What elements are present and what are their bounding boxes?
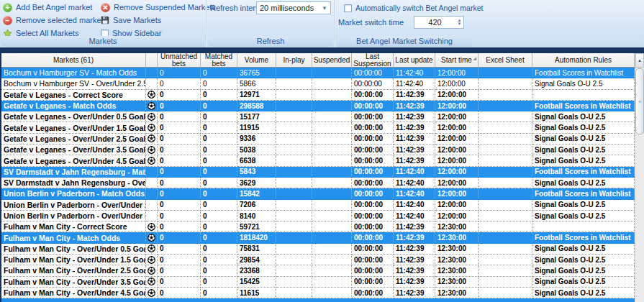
cell-start_time: 12:00:00: [435, 90, 479, 101]
market-row[interactable]: Fulham v Man City - Over/Under 3.5 Goals…: [1, 277, 635, 288]
cell-name: Fulham v Man City - Over/Under 3.5 Goals: [1, 277, 146, 288]
col-header-last_suspension[interactable]: Last Suspension: [352, 53, 394, 67]
partial-next-row[interactable]: [1, 298, 635, 302]
cell-automation: Football Scores in Watchlist: [532, 68, 635, 78]
cell-excel: [479, 134, 532, 145]
market-row[interactable]: Fulham v Man City - Over/Under 4.5 Goals…: [1, 288, 635, 298]
market-row[interactable]: Union Berlin v Paderborn - Match Odds001…: [1, 188, 635, 199]
market-row[interactable]: Union Berlin v Paderborn - Over/Under 2.…: [1, 200, 635, 211]
market-row[interactable]: Fulham v Man City - Correct Score0059721…: [1, 221, 635, 232]
cell-volume: 5843: [237, 167, 276, 178]
market-row[interactable]: SV Darmstadt v Jahn Regensburg - Over/Un…: [1, 178, 635, 188]
cell-icon: [146, 255, 158, 265]
col-header-unmatched[interactable]: Unmatched bets: [158, 53, 201, 67]
col-header-inplay[interactable]: In-play: [276, 53, 312, 67]
cell-start_time: 12:00:00: [435, 122, 479, 133]
scroll-up-button[interactable]: ▲: [635, 53, 644, 68]
market-row[interactable]: Getafe v Leganes - Over/Under 1.5 Goals0…: [1, 122, 635, 133]
cell-inplay: [276, 244, 312, 255]
cell-suspended: [312, 134, 352, 145]
market-row[interactable]: Getafe v Leganes - Over/Under 2.5 Goals0…: [1, 134, 635, 145]
market-row[interactable]: Getafe v Leganes - Over/Under 4.5 Goals0…: [1, 155, 635, 166]
cell-unmatched: 0: [158, 211, 201, 221]
cell-volume: 12971: [237, 90, 276, 101]
market-switch-time-spinner[interactable]: 420 ▲▼: [414, 16, 464, 29]
cell-suspended: [312, 90, 352, 101]
remove-selected-button[interactable]: − Remove selected markets: [3, 14, 107, 26]
cell-last_update: 11:42:39: [394, 145, 435, 155]
col-header-volume[interactable]: Volume: [237, 53, 276, 67]
save-markets-button[interactable]: Save Markets: [101, 14, 161, 26]
market-row[interactable]: Fulham v Man City - Over/Under 2.5 Goals…: [1, 265, 635, 276]
cell-start_time: 12:30:00: [435, 244, 479, 255]
cell-start_time: 12:30:00: [435, 288, 479, 298]
refresh-group-label: Refresh: [209, 36, 332, 47]
cell-excel: [479, 188, 532, 199]
auto-switch-label: Automatically switch Bet Angel market: [355, 4, 483, 12]
cell-suspended: [312, 232, 352, 243]
scrollbar-thumb[interactable]: ≡: [635, 68, 644, 134]
col-header-suspended[interactable]: Suspended: [312, 53, 352, 67]
col-header-label: Excel Sheet: [486, 57, 524, 64]
cell-name: Fulham v Man City - Match Odds: [1, 232, 146, 243]
market-row[interactable]: Fulham v Man City - Over/Under 1.5 Goals…: [1, 255, 635, 265]
cell-last_suspension: 00:00:00: [352, 145, 394, 155]
cell-excel: [479, 68, 532, 78]
markets-table: Markets (61)Unmatched betsMatched betsVo…: [0, 53, 644, 302]
cell-last_update: 11:42:39: [394, 155, 435, 166]
refresh-interval-value: 20 milliseconds: [260, 4, 314, 12]
auto-switch-checkbox[interactable]: [344, 4, 352, 12]
scrollbar-grip-icon: ≡: [638, 101, 641, 103]
add-market-button[interactable]: + Add Bet Angel market: [3, 1, 92, 13]
col-header-start_time[interactable]: Start time◢: [435, 53, 479, 67]
market-row[interactable]: Getafe v Leganes - Over/Under 3.5 Goals0…: [1, 145, 635, 155]
cell-last_update: 11:42:39: [394, 90, 435, 101]
cell-matched: 0: [201, 178, 237, 188]
cell-inplay: [276, 101, 312, 111]
cell-name: Fulham v Man City - Over/Under 2.5 Goals: [1, 265, 146, 276]
cell-matched: 0: [201, 90, 237, 101]
cell-suspended: [312, 277, 352, 288]
refresh-interval-dropdown[interactable]: 20 milliseconds ▼: [256, 1, 331, 14]
spinner-arrows-icon[interactable]: ▲▼: [455, 19, 463, 26]
market-row[interactable]: Getafe v Leganes - Over/Under 0.5 Goals0…: [1, 111, 635, 122]
col-header-excel[interactable]: Excel Sheet: [479, 53, 532, 67]
add-circle-icon: +: [3, 3, 12, 12]
market-row[interactable]: Bochum v Hamburger SV - Match Odds003676…: [1, 68, 635, 78]
cell-name: Getafe v Leganes - Over/Under 4.5 Goals: [1, 155, 146, 166]
market-row[interactable]: Union Berlin v Paderborn - Over/Under 3.…: [1, 211, 635, 221]
vertical-scrollbar[interactable]: ▲ ≡: [635, 53, 644, 302]
switching-group-label: Bet Angel Market Switching: [337, 36, 472, 47]
market-row[interactable]: Bochum v Hamburger SV - Over/Under 2.5 G…: [1, 78, 635, 89]
remove-suspended-button[interactable]: ✕ Remove Suspended Markets: [101, 1, 216, 13]
cell-icon: [146, 155, 158, 166]
cell-volume: 298588: [237, 101, 276, 111]
cell-excel: [479, 244, 532, 255]
col-header-matched[interactable]: Matched bets: [201, 53, 237, 67]
remove-circle-icon: −: [3, 16, 12, 25]
market-row[interactable]: Fulham v Man City - Over/Under 0.5 Goals…: [1, 244, 635, 255]
cell-last_update: 11:42:39: [394, 244, 435, 255]
market-row[interactable]: Getafe v Leganes - Correct Score00129710…: [1, 90, 635, 101]
cell-last_suspension: 00:00:00: [352, 134, 394, 145]
cell-name: Getafe v Leganes - Over/Under 0.5 Goals: [1, 111, 146, 122]
cell-inplay: [276, 167, 312, 178]
col-header-last_update[interactable]: Last update: [394, 53, 435, 67]
col-header-automation[interactable]: Automation Rules: [532, 53, 635, 67]
cell-icon: [146, 111, 158, 122]
col-header-icon[interactable]: [146, 53, 158, 67]
market-row[interactable]: SV Darmstadt v Jahn Regensburg - Match O…: [1, 167, 635, 178]
market-row[interactable]: Fulham v Man City - Match Odds0018184200…: [1, 232, 635, 243]
save-icon: [101, 16, 109, 24]
cell-matched: 0: [201, 200, 237, 211]
auto-switch-toggle[interactable]: Automatically switch Bet Angel market: [344, 2, 483, 14]
cell-icon: [146, 232, 158, 243]
cell-matched: 0: [201, 277, 237, 288]
cell-name: SV Darmstadt v Jahn Regensburg - Match O: [1, 167, 146, 178]
cell-start_time: 12:00:00: [435, 188, 479, 199]
market-row[interactable]: Getafe v Leganes - Match Odds0029858800:…: [1, 101, 635, 111]
chevron-down-icon[interactable]: ▼: [322, 5, 327, 12]
col-header-name[interactable]: Markets (61): [1, 53, 146, 67]
cell-excel: [479, 90, 532, 101]
cell-last_suspension: 00:00:00: [352, 221, 394, 232]
